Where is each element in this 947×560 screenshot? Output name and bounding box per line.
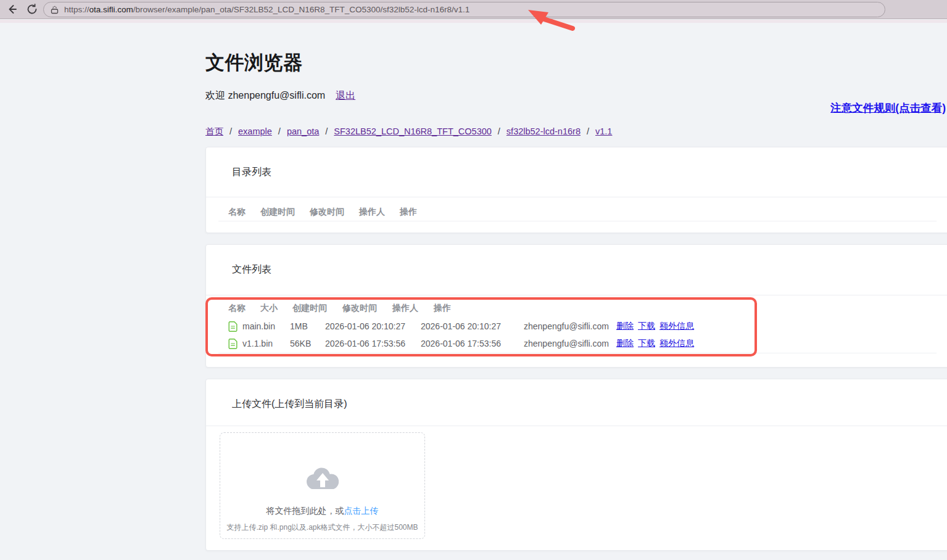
file-operator: zhenpengfu@sifli.com [524, 339, 616, 348]
directory-list-card: 目录列表 名称 创建时间 修改时间 操作人 操作 [205, 147, 947, 233]
col-actions: 操作 [400, 207, 417, 218]
lock-icon [51, 6, 59, 14]
download-link[interactable]: 下载 [638, 321, 655, 332]
upload-card: 上传文件(上传到当前目录) 将文件拖到此处，或点击上传 支持上传.zip 和.p… [205, 379, 947, 551]
directory-list-title: 目录列表 [232, 166, 271, 179]
file-table: 名称 大小 创建时间 修改时间 操作人 操作 main.bin 1MB 2026… [228, 299, 937, 352]
file-list-card: 文件列表 名称 大小 创建时间 修改时间 操作人 操作 main.bin [205, 244, 947, 368]
file-name-cell: main.bin [228, 321, 290, 332]
breadcrumb-project[interactable]: sf32lb52-lcd-n16r8 [507, 126, 581, 136]
col-created: 创建时间 [292, 303, 328, 314]
table-bottom-border [218, 221, 937, 221]
logout-link[interactable]: 退出 [336, 90, 355, 101]
upload-tip: 支持上传.zip 和.png以及.apk格式文件，大小不超过500MB [220, 522, 424, 533]
breadcrumb: 首页/example/pan_ota/SF32LB52_LCD_N16R8_TF… [205, 126, 612, 138]
welcome-text: 欢迎 zhenpengfu@sifli.com [205, 90, 325, 101]
page-body: 文件浏览器 欢迎 zhenpengfu@sifli.com退出 注意文件规则(点… [0, 23, 947, 560]
file-list-title: 文件列表 [232, 263, 271, 276]
url-domain: ota.sifli.com [89, 5, 133, 14]
divider [206, 197, 947, 197]
col-created: 创建时间 [260, 207, 295, 218]
col-actions: 操作 [434, 303, 451, 314]
download-link[interactable]: 下载 [638, 338, 655, 349]
breadcrumb-home[interactable]: 首页 [205, 126, 223, 136]
file-name-cell: v1.1.bin [228, 339, 290, 349]
file-table-header: 名称 大小 创建时间 修改时间 操作人 操作 [228, 299, 937, 318]
breadcrumb-board[interactable]: SF32LB52_LCD_N16R8_TFT_CO5300 [334, 126, 492, 136]
file-actions: 删除 下载 额外信息 [616, 338, 694, 349]
file-created: 2026-01-06 17:53:56 [325, 339, 421, 348]
breadcrumb-separator: / [325, 126, 328, 136]
upload-drag-text: 将文件拖到此处，或点击上传 [220, 506, 424, 517]
file-modified: 2026-01-06 20:10:27 [421, 321, 524, 331]
file-size: 1MB [290, 321, 325, 331]
upload-dropzone[interactable]: 将文件拖到此处，或点击上传 支持上传.zip 和.png以及.apk格式文件，大… [220, 432, 425, 539]
extra-info-link[interactable]: 额外信息 [660, 338, 694, 349]
reload-icon[interactable] [26, 3, 38, 15]
file-operator: zhenpengfu@sifli.com [524, 321, 616, 331]
col-operator: 操作人 [392, 303, 419, 314]
file-name: main.bin [242, 321, 275, 331]
page-title: 文件浏览器 [205, 50, 303, 76]
url-path: /browser/example/pan_ota/SF32LB52_LCD_N1… [133, 5, 470, 14]
breadcrumb-separator: / [230, 126, 232, 136]
drag-text: 将文件拖到此处，或 [267, 506, 344, 516]
welcome-line: 欢迎 zhenpengfu@sifli.com退出 [205, 89, 355, 102]
delete-link[interactable]: 删除 [616, 321, 634, 332]
table-bottom-border [218, 353, 937, 353]
col-size: 大小 [260, 303, 278, 314]
file-name: v1.1.bin [242, 339, 273, 348]
upload-title: 上传文件(上传到当前目录) [232, 398, 347, 411]
extra-info-link[interactable]: 额外信息 [660, 321, 694, 332]
url-protocol: https:// [64, 5, 89, 14]
click-upload-link[interactable]: 点击上传 [344, 506, 379, 516]
file-rules-notice-link[interactable]: 注意文件规则(点击查看) [830, 101, 946, 115]
breadcrumb-separator: / [498, 126, 500, 136]
browser-toolbar: https://ota.sifli.com/browser/example/pa… [0, 0, 947, 19]
divider [206, 295, 947, 295]
col-modified: 修改时间 [342, 303, 378, 314]
divider [206, 426, 947, 426]
file-created: 2026-01-06 20:10:27 [325, 321, 421, 331]
file-icon [228, 339, 238, 349]
file-size: 56KB [290, 339, 325, 348]
breadcrumb-pan-ota[interactable]: pan_ota [287, 126, 319, 136]
file-actions: 删除 下载 额外信息 [616, 321, 694, 332]
col-name: 名称 [228, 303, 246, 314]
col-name: 名称 [228, 207, 246, 218]
breadcrumb-version[interactable]: v1.1 [595, 126, 612, 136]
chrome-bottom-band [0, 20, 947, 23]
url-text: https://ota.sifli.com/browser/example/pa… [64, 5, 469, 14]
upload-cloud-icon [303, 463, 342, 496]
back-icon[interactable] [6, 3, 18, 15]
breadcrumb-separator: / [278, 126, 281, 136]
file-icon [228, 321, 238, 332]
col-modified: 修改时间 [310, 207, 344, 218]
col-operator: 操作人 [359, 207, 385, 218]
breadcrumb-example[interactable]: example [238, 126, 272, 136]
table-row: main.bin 1MB 2026-01-06 20:10:27 2026-01… [228, 318, 937, 335]
directory-table-header: 名称 创建时间 修改时间 操作人 操作 [228, 207, 417, 218]
file-modified: 2026-01-06 17:53:56 [421, 339, 524, 348]
address-bar[interactable]: https://ota.sifli.com/browser/example/pa… [43, 2, 885, 17]
table-row: v1.1.bin 56KB 2026-01-06 17:53:56 2026-0… [228, 335, 937, 352]
breadcrumb-separator: / [587, 126, 589, 136]
delete-link[interactable]: 删除 [616, 338, 634, 349]
